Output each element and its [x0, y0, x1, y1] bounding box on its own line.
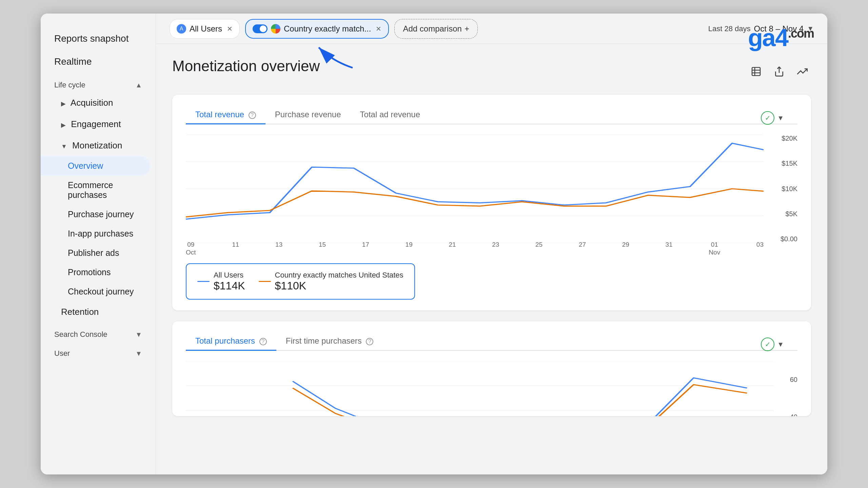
toggle-icon[interactable]	[253, 24, 268, 33]
sidebar-child-publisher-ads[interactable]: Publisher ads	[41, 243, 150, 263]
purchasers-selector-chevron-icon[interactable]: ▼	[777, 341, 784, 348]
sidebar-child-checkout[interactable]: Checkout journey	[41, 282, 150, 301]
sidebar-child-overview[interactable]: Overview	[41, 156, 150, 176]
revenue-chart-tabs: Total revenue ? Purchase revenue Total a…	[186, 106, 797, 124]
purchasers-chart-area: 60 40	[186, 361, 797, 416]
sidebar-section-search-console[interactable]: Search Console ▼	[41, 323, 156, 342]
ga4-logo: ga4.com	[748, 24, 814, 52]
revenue-chart-svg	[186, 135, 764, 243]
sidebar-item-retention[interactable]: Retention	[41, 301, 150, 323]
purchasers-chart-selector: ✓ ▼	[761, 338, 784, 351]
sidebar-child-ecommerce[interactable]: Ecommerce purchases	[41, 176, 150, 205]
legend-blue-line	[197, 281, 210, 282]
legend-all-users: All Users $114K	[197, 271, 245, 292]
top-bar: A All Users ✕ Country exactly match... ✕…	[156, 14, 827, 44]
search-console-chevron-icon: ▼	[135, 331, 142, 339]
main-content: A All Users ✕ Country exactly match... ✕…	[156, 14, 827, 474]
page-title: Monetization overview	[172, 58, 320, 75]
total-purchasers-help-icon[interactable]: ?	[259, 338, 267, 345]
sidebar-item-realtime[interactable]: Realtime	[41, 50, 156, 73]
table-view-icon[interactable]	[747, 63, 765, 80]
user-icon: A	[177, 24, 186, 34]
add-comparison-button[interactable]: Add comparison +	[394, 19, 477, 39]
purchasers-chart-svg	[186, 361, 774, 416]
revenue-y-labels: $20K $15K $10K $5K $0.00	[767, 135, 797, 243]
legend-orange-line	[259, 281, 271, 282]
purchasers-y-labels: 60 40	[777, 361, 797, 416]
plus-icon: +	[465, 24, 469, 34]
monetization-expand-icon: ▼	[61, 143, 67, 150]
sidebar-section-user[interactable]: User ▼	[41, 342, 156, 361]
revenue-x-labels: 09Oct 11 13 15 17 19 21 23 25 27 29 31 0…	[186, 241, 764, 257]
tab-first-time-purchasers[interactable]: First time purchasers ?	[276, 332, 383, 351]
page-content: Monetization overview	[156, 44, 827, 474]
compare-icon[interactable]	[793, 63, 811, 80]
engagement-expand-icon: ▶	[61, 122, 66, 128]
selector-chevron-icon[interactable]: ▼	[777, 114, 784, 122]
tab-total-ad-revenue[interactable]: Total ad revenue	[351, 106, 430, 124]
sidebar-item-acquisition[interactable]: ▶ Acquisition	[41, 92, 150, 114]
svg-rect-1	[752, 67, 760, 76]
google-g-icon	[271, 24, 280, 34]
lifecycle-chevron-icon: ▲	[135, 81, 142, 89]
sidebar-child-promotions[interactable]: Promotions	[41, 263, 150, 282]
revenue-chart-area: $20K $15K $10K $5K $0.00	[186, 135, 797, 257]
sidebar-child-purchase-journey[interactable]: Purchase journey	[41, 205, 150, 224]
revenue-chart-card: Total revenue ? Purchase revenue Total a…	[172, 95, 811, 310]
sidebar: Reports snapshot Realtime Life cycle ▲ ▶…	[41, 14, 156, 474]
sidebar-item-engagement[interactable]: ▶ Engagement	[41, 114, 150, 135]
green-check-icon[interactable]: ✓	[761, 111, 774, 125]
browser-window: ga4.com Reports snapshot Realtime Life c…	[41, 14, 827, 474]
sidebar-section-lifecycle[interactable]: Life cycle ▲	[41, 73, 156, 92]
share-icon[interactable]	[770, 63, 788, 80]
remove-all-users-icon[interactable]: ✕	[227, 25, 233, 33]
filter-chip-all-users[interactable]: A All Users ✕	[170, 19, 240, 39]
tab-total-purchasers[interactable]: Total purchasers ?	[186, 332, 276, 351]
first-time-help-icon[interactable]: ?	[366, 338, 373, 345]
user-chevron-icon: ▼	[135, 350, 142, 358]
tab-purchase-revenue[interactable]: Purchase revenue	[265, 106, 351, 124]
purchasers-green-check-icon[interactable]: ✓	[761, 338, 774, 351]
chart-selector: ✓ ▼	[761, 111, 784, 125]
legend-row: All Users $114K Country exactly matches …	[197, 271, 403, 292]
sidebar-child-inapp[interactable]: In-app purchases	[41, 224, 150, 243]
arrow-annotation	[298, 34, 359, 76]
tab-total-revenue[interactable]: Total revenue ?	[186, 106, 265, 124]
purchasers-chart-tabs: Total purchasers ? First time purchasers…	[186, 332, 797, 351]
total-revenue-help-icon[interactable]: ?	[249, 111, 256, 119]
acquisition-expand-icon: ▶	[61, 100, 66, 107]
purchasers-chart-card: Total purchasers ? First time purchasers…	[172, 321, 811, 416]
sidebar-item-reports-snapshot[interactable]: Reports snapshot	[41, 27, 156, 50]
remove-country-icon[interactable]: ✕	[376, 25, 381, 33]
revenue-legend-box: All Users $114K Country exactly matches …	[186, 263, 415, 300]
sidebar-item-monetization[interactable]: ▼ Monetization	[41, 135, 150, 156]
legend-country: Country exactly matches United States $1…	[259, 271, 403, 292]
